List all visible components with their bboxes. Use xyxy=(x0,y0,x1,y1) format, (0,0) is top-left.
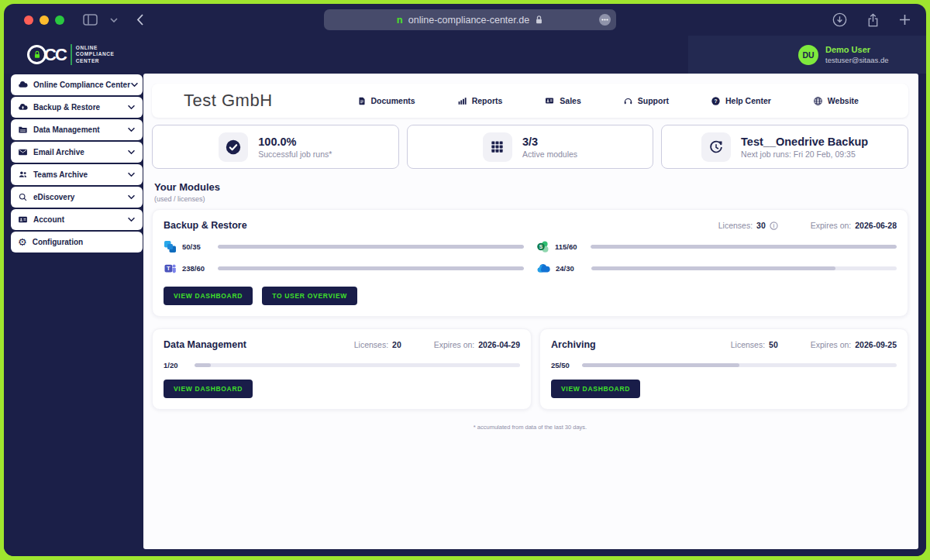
sharepoint-icon: S xyxy=(536,240,549,253)
expires-info: Expires on: 2026-09-25 xyxy=(811,340,897,349)
teams-icon: T xyxy=(164,262,177,275)
licenses-info: Licenses: 30 i xyxy=(718,221,778,230)
new-tab-icon[interactable] xyxy=(899,14,911,26)
nav-help-center[interactable]: ? Help Center xyxy=(711,96,771,106)
progress-bar xyxy=(591,266,897,270)
sidebar: Online Compliance Center Backup & Restor… xyxy=(4,74,143,556)
nav-documents[interactable]: Documents xyxy=(357,96,415,106)
app-header: CC ONLINE COMPLIANCE CENTER DU Demo User… xyxy=(4,36,926,74)
stat-value: 3/3 xyxy=(522,136,577,148)
sidebar-item-email-archive[interactable]: Email Archive xyxy=(11,142,143,163)
help-icon: ? xyxy=(711,96,721,106)
sidebar-item-ediscovery[interactable]: eDiscovery xyxy=(11,187,143,208)
chevron-down-icon xyxy=(127,217,136,222)
avatar: DU xyxy=(798,45,818,65)
company-name: Test GmbH xyxy=(184,91,273,111)
account-menu[interactable]: DU Demo User testuser@sitaas.de xyxy=(688,36,926,74)
stat-value: Test__Onedrive Backup xyxy=(741,136,868,148)
module-archiving-card: Archiving Licenses: 50 Expires on: 2026-… xyxy=(539,328,908,410)
service-row-teams: T 238/60 xyxy=(164,262,524,275)
stat-value: 100.0% xyxy=(258,136,332,148)
service-row-sharepoint: S 115/60 xyxy=(536,240,897,253)
globe-icon xyxy=(813,96,823,106)
usage-label: 1/20 xyxy=(164,361,195,369)
minimize-window-button[interactable] xyxy=(40,15,49,25)
expires-info: Expires on: 2026-04-29 xyxy=(434,340,520,349)
headset-icon xyxy=(623,96,633,106)
share-icon[interactable] xyxy=(867,13,879,27)
svg-text:i: i xyxy=(773,222,774,228)
exchange-icon xyxy=(164,240,177,253)
maximize-window-button[interactable] xyxy=(55,15,64,25)
chevron-down-icon xyxy=(127,127,136,132)
stat-label: Next job runs: Fri 20 Feb, 09:35 xyxy=(741,149,868,159)
sidebar-toggle-icon[interactable] xyxy=(83,14,98,26)
to-user-overview-button[interactable]: TO USER OVERVIEW xyxy=(262,287,357,305)
footnote: * accumulated from data of the last 30 d… xyxy=(152,424,908,431)
nav-support[interactable]: Support xyxy=(623,96,669,106)
envelope-icon xyxy=(18,147,28,157)
view-dashboard-button[interactable]: VIEW DASHBOARD xyxy=(551,380,640,398)
logo-acronym: CC xyxy=(44,45,66,65)
cloud-icon xyxy=(18,80,28,90)
document-icon xyxy=(357,96,367,106)
view-dashboard-button[interactable]: VIEW DASHBOARD xyxy=(164,380,253,398)
sidebar-item-teams-archive[interactable]: Teams Archive xyxy=(11,164,143,185)
service-row-exchange: 50/35 xyxy=(164,240,524,253)
sidebar-item-online-compliance-center[interactable]: Online Compliance Center xyxy=(11,74,143,95)
chevron-down-icon xyxy=(127,172,136,177)
svg-text:S: S xyxy=(539,244,543,249)
nav-reports[interactable]: Reports xyxy=(457,96,503,106)
address-bar[interactable]: n online-compliance-center.de xyxy=(324,9,616,30)
stat-label: Active modules xyxy=(522,149,577,159)
module-title: Backup & Restore xyxy=(164,220,247,231)
service-usage-grid: 50/35 S 115/60 T 238/60 xyxy=(164,240,897,275)
nav-website[interactable]: Website xyxy=(813,96,859,106)
browser-chrome: n online-compliance-center.de xyxy=(4,4,926,36)
user-email: testuser@sitaas.de xyxy=(825,56,888,64)
top-nav: Documents Reports Sales Support xyxy=(315,96,901,106)
view-dashboard-button[interactable]: VIEW DASHBOARD xyxy=(164,287,253,305)
chevron-down-icon[interactable] xyxy=(110,18,118,22)
stats-row: 100.0% Successful job runs* 3/3 Active m… xyxy=(152,125,908,169)
expires-info: Expires on: 2026-06-28 xyxy=(811,221,897,230)
progress-bar xyxy=(582,363,897,367)
chevron-down-icon xyxy=(127,194,136,200)
module-data-management-card: Data Management Licenses: 20 Expires on:… xyxy=(152,328,532,410)
usage-label: 25/50 xyxy=(551,361,582,369)
search-icon xyxy=(18,192,28,202)
progress-bar xyxy=(591,245,897,249)
browser-window: n online-compliance-center.de xyxy=(4,4,926,556)
chevron-down-icon xyxy=(127,105,136,110)
occ-logo[interactable]: CC ONLINE COMPLIANCE CENTER xyxy=(27,44,114,65)
page-options-icon[interactable] xyxy=(599,14,611,26)
close-window-button[interactable] xyxy=(24,15,33,25)
module-title: Data Management xyxy=(164,339,246,350)
gear-icon: ⚙ xyxy=(18,237,27,247)
nav-sales[interactable]: Sales xyxy=(544,96,580,105)
sidebar-item-configuration[interactable]: ⚙ Configuration xyxy=(11,232,143,253)
check-circle-icon xyxy=(219,132,248,162)
info-icon[interactable]: i xyxy=(770,222,778,230)
main-content: Test GmbH Documents Reports Sales xyxy=(143,74,918,549)
svg-text:T: T xyxy=(167,265,170,272)
onedrive-icon xyxy=(536,263,550,274)
traffic-lights xyxy=(24,15,64,25)
stat-next-job: Test__Onedrive Backup Next job runs: Fri… xyxy=(661,125,908,169)
refresh-clock-icon xyxy=(701,132,731,162)
site-favicon: n xyxy=(397,14,403,26)
logo-wordmark: ONLINE COMPLIANCE CENTER xyxy=(76,45,115,64)
progress-bar xyxy=(218,245,524,249)
user-name: Demo User xyxy=(825,45,888,54)
back-button[interactable] xyxy=(136,14,143,26)
progress-bar xyxy=(195,363,520,367)
chevron-down-icon xyxy=(127,149,136,155)
sidebar-item-data-management[interactable]: Data Management xyxy=(11,119,143,140)
licenses-info: Licenses: 50 xyxy=(731,340,778,349)
sidebar-item-account[interactable]: Account xyxy=(11,209,143,230)
sidebar-item-backup-restore[interactable]: Backup & Restore xyxy=(11,97,143,118)
lock-icon xyxy=(535,15,543,25)
downloads-icon[interactable] xyxy=(832,12,847,27)
stat-successful-jobs: 100.0% Successful job runs* xyxy=(152,125,399,169)
chart-icon xyxy=(457,96,467,106)
